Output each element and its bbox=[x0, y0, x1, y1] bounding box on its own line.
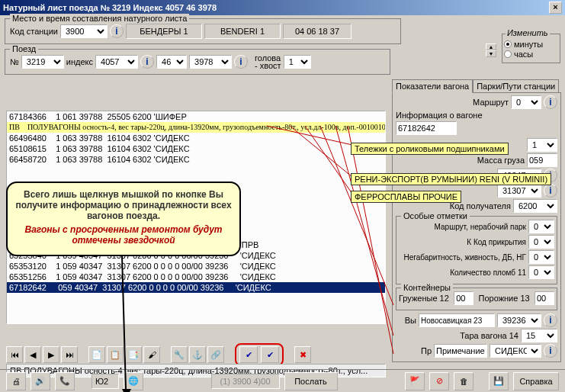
send-button[interactable]: Послать bbox=[284, 372, 338, 390]
tool-7[interactable]: 🔗 bbox=[207, 346, 224, 363]
out-code-select[interactable]: 39236 bbox=[497, 313, 541, 327]
empty-input[interactable] bbox=[535, 291, 554, 305]
seals-label: Количество пломб 11 bbox=[450, 268, 526, 277]
table-row[interactable]: 65353120 1 059 40347 31307 6200 0 0 0 0 … bbox=[7, 261, 385, 272]
callout-text-1: Всего лишь щелкнув мышкой по кнопке Вы п… bbox=[14, 189, 233, 221]
bb-trash-icon[interactable]: 🗑 bbox=[454, 372, 474, 390]
tool-6[interactable]: ⚓ bbox=[189, 346, 206, 363]
delete-button[interactable]: ✖ bbox=[294, 346, 311, 363]
table-row[interactable] bbox=[7, 165, 385, 175]
wagon-num-input[interactable] bbox=[396, 121, 457, 135]
m-label: Маршрут, нерабочий парк bbox=[435, 223, 526, 231]
minutes-radio[interactable] bbox=[504, 40, 512, 48]
out-station-input[interactable] bbox=[419, 313, 495, 327]
last-button[interactable]: ⏭ bbox=[61, 346, 78, 363]
tool-3[interactable]: 📑 bbox=[125, 346, 142, 363]
bb-flag-icon[interactable]: 🚩 bbox=[405, 372, 425, 390]
tool-1[interactable]: 📄 bbox=[88, 346, 105, 363]
next-button[interactable]: ▶ bbox=[43, 346, 59, 363]
out-label: Вы bbox=[405, 316, 416, 325]
bb-code: Ю2 bbox=[91, 374, 119, 389]
station-name2: BENDERI 1 bbox=[204, 24, 281, 39]
hours-radio[interactable] bbox=[504, 50, 512, 58]
check-group: ✔ ✔ bbox=[235, 343, 284, 366]
bb-print-icon[interactable]: 🖨 bbox=[6, 372, 26, 390]
tara-label: Тара вагона 14 bbox=[460, 331, 518, 340]
table-row[interactable]: 67184366 1 061 39788 25505 6200 'ШИФЕР bbox=[7, 111, 385, 122]
window-title: Натурный лист поезда № 3219 Индекс 4057 … bbox=[3, 3, 549, 12]
bb-globe-icon[interactable]: 🌐 bbox=[124, 372, 143, 390]
note-label: Пр bbox=[421, 346, 432, 355]
table-row-highlight: ПВ ПОЛУВАГОНЫ осность-4, вес тары-220ц, … bbox=[7, 122, 385, 133]
tab-parks[interactable]: Парки/Пути станции bbox=[473, 79, 559, 92]
train-legend: Поезд bbox=[10, 44, 38, 53]
index-label: индекс bbox=[66, 57, 93, 66]
loaded-input[interactable] bbox=[454, 291, 474, 305]
table-row-selected[interactable]: 67182642 059 40347 31307 6200 0 0 0 0 00… bbox=[7, 282, 385, 293]
help-button[interactable]: Справка bbox=[513, 372, 559, 390]
info-icon[interactable]: i bbox=[234, 55, 248, 69]
train-num-select[interactable]: 3219 bbox=[21, 55, 64, 69]
check-2-button[interactable]: ✔ bbox=[261, 346, 279, 363]
containers-legend: Контейнеры bbox=[401, 283, 453, 292]
train-num-label: № bbox=[10, 57, 19, 66]
headtail-select[interactable]: 1 bbox=[284, 55, 311, 69]
check-1-button[interactable]: ✔ bbox=[239, 346, 258, 363]
wagon-panel: Маршрут0i Информация о вагоне 1 Масса гр… bbox=[392, 92, 561, 362]
info-icon[interactable]: i bbox=[544, 313, 557, 327]
wagon-info-label: Информация о вагоне bbox=[396, 111, 483, 120]
station-fieldset: Место и время составления натурного лист… bbox=[5, 18, 401, 44]
idx2-select[interactable]: 46 bbox=[156, 55, 187, 69]
cargo-select[interactable]: 31307 bbox=[497, 184, 541, 198]
bb-info: (1) 3900 4)00 bbox=[211, 374, 280, 389]
callout-tooltip: Всего лишь щелкнув мышкой по кнопке Вы п… bbox=[6, 182, 241, 256]
annotation-ferro: ФЕРРОСПЛАВЫ ПРОЧИЕ bbox=[351, 191, 461, 203]
annotation-trucks: Тележки с роликовыми подшипниками bbox=[351, 143, 509, 155]
seals-select[interactable]: 0 bbox=[528, 265, 554, 279]
hours-label: часы bbox=[514, 50, 533, 59]
tab-wagon-params[interactable]: Показатели вагона bbox=[392, 79, 473, 93]
table-row[interactable]: 65351256 1 059 40347 31307 6200 0 0 0 0 … bbox=[7, 272, 385, 282]
note-field-input[interactable] bbox=[434, 344, 487, 358]
station-name1: БЕНДЕРЫ 1 bbox=[126, 24, 202, 39]
loaded-label: Груженые 12 bbox=[399, 294, 449, 303]
idx3-select[interactable]: 3978 bbox=[189, 55, 232, 69]
bb-forbid-icon[interactable]: ⊘ bbox=[429, 372, 449, 390]
bb-save-icon[interactable]: 💾 bbox=[489, 372, 509, 390]
info-icon[interactable]: i bbox=[544, 184, 557, 198]
note-select[interactable]: СИДЕКС bbox=[490, 344, 541, 358]
table-row[interactable]: 65108615 1 063 39788 16104 6302 'СИДЕКС bbox=[7, 143, 385, 154]
mass-label: Масса груза bbox=[477, 156, 525, 165]
tara-select[interactable]: 15 bbox=[521, 329, 557, 342]
minutes-label: минуты bbox=[514, 40, 543, 49]
ng-select[interactable]: 0 bbox=[528, 250, 554, 264]
info-icon[interactable]: i bbox=[544, 95, 557, 109]
info-icon[interactable]: i bbox=[140, 55, 154, 69]
table-row[interactable]: 66458720 1 063 39788 16104 6302 'СИДЕКС bbox=[7, 154, 385, 165]
idx1-select[interactable]: 4057 bbox=[95, 55, 138, 69]
time-spinner[interactable]: ▲▼ bbox=[486, 43, 496, 57]
info-icon[interactable]: i bbox=[110, 24, 124, 38]
route-select[interactable]: 0 bbox=[511, 95, 541, 109]
callout-text-2: Вагоны с просроченным ремонтом будут отм… bbox=[14, 224, 233, 246]
recv-select[interactable]: 6200 bbox=[513, 199, 557, 213]
tsel-select[interactable]: 1 bbox=[527, 138, 557, 152]
close-button[interactable]: × bbox=[549, 2, 562, 14]
mass-input[interactable] bbox=[527, 153, 557, 167]
station-datetime: 04 06 18 37 bbox=[283, 24, 352, 39]
station-code-label: Код станции bbox=[10, 27, 58, 36]
annotation-reni: РЕНИ-ЭКСПОРТ(В РУМЫНИИ) RENI (V RUMINII) bbox=[351, 173, 551, 185]
tool-4[interactable]: 🖌 bbox=[143, 346, 160, 363]
prev-button[interactable]: ◀ bbox=[24, 346, 41, 363]
tool-2[interactable]: 📋 bbox=[107, 346, 124, 363]
bb-phone-icon[interactable]: 📞 bbox=[55, 372, 75, 390]
bb-sound-icon[interactable]: 🔊 bbox=[30, 372, 50, 390]
tool-5[interactable]: 🔧 bbox=[171, 346, 188, 363]
info-icon[interactable]: i bbox=[544, 344, 557, 358]
k-select[interactable]: 0 bbox=[528, 235, 554, 249]
m-select[interactable]: 0 bbox=[528, 220, 554, 233]
first-button[interactable]: ⏮ bbox=[6, 346, 23, 363]
table-row[interactable]: 66496480 1 063 39788 16104 6302 'СИДЕКС bbox=[7, 133, 385, 143]
station-code-select[interactable]: 3900 bbox=[60, 24, 108, 38]
bottom-bar: 🖨 🔊 📞 Ю2 🌐 (1) 3900 4)00 Послать 🚩 ⊘ 🗑 💾… bbox=[0, 369, 565, 392]
